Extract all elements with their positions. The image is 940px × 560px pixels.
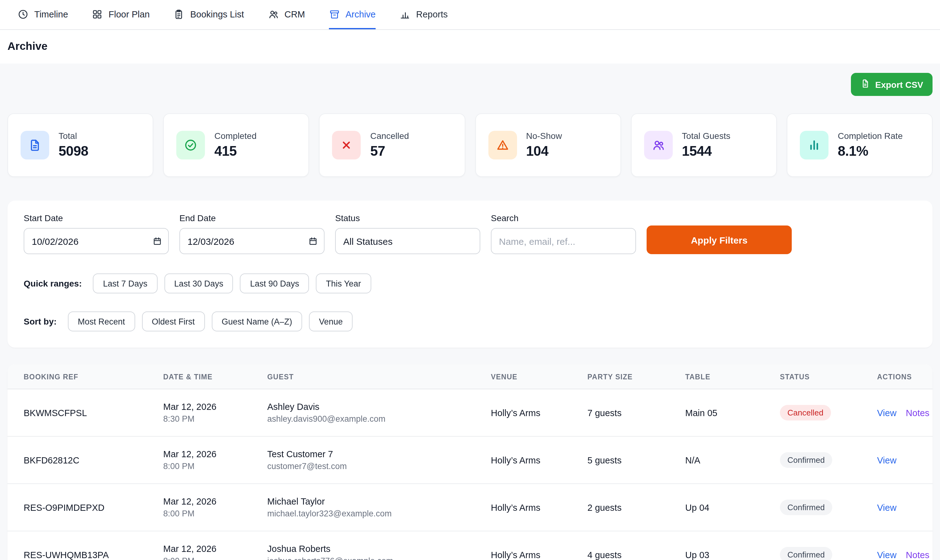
tab-crm[interactable]: CRM — [268, 0, 305, 29]
stat-value: 415 — [214, 143, 256, 160]
sort-venue[interactable]: Venue — [309, 311, 353, 331]
col-actions: Actions — [877, 365, 932, 389]
end-date-input[interactable] — [179, 228, 325, 254]
stat-label: Total — [58, 131, 88, 141]
page-title: Archive — [8, 40, 932, 53]
quick-range-last-7-days[interactable]: Last 7 Days — [93, 274, 158, 293]
floor-plan-icon — [92, 9, 103, 20]
actions-cell: ViewNotes — [877, 531, 932, 560]
apply-filters-button[interactable]: Apply Filters — [646, 226, 792, 254]
guest-cell: Joshua Roberts joshua.roberts776@example… — [267, 531, 491, 560]
tab-reports[interactable]: Reports — [399, 0, 448, 29]
view-link[interactable]: View — [877, 455, 896, 465]
file-icon — [860, 78, 870, 90]
sort-most-recent[interactable]: Most Recent — [68, 311, 135, 331]
document-icon — [20, 131, 49, 160]
col-status: Status — [780, 365, 877, 389]
quick-range-this-year[interactable]: This Year — [316, 274, 371, 293]
bookings-table: Booking Ref Date & Time Guest Venue Part… — [8, 365, 932, 560]
main-content: Export CSV Total 5098 Completed — [0, 63, 940, 560]
start-date-input[interactable] — [24, 228, 169, 254]
warning-icon — [488, 131, 517, 160]
stat-label: Total Guests — [682, 131, 731, 141]
stat-label: No-Show — [526, 131, 562, 141]
booking-time: 8:30 PM — [163, 414, 262, 423]
bar-chart-icon — [800, 131, 829, 160]
stat-text: No-Show 104 — [526, 131, 562, 160]
view-link[interactable]: View — [877, 408, 896, 418]
export-row: Export CSV — [8, 63, 932, 106]
stat-text: Total 5098 — [58, 131, 88, 160]
date-time-cell: Mar 12, 2026 8:00 PM — [163, 436, 267, 484]
sort-guest-name[interactable]: Guest Name (A–Z) — [211, 311, 302, 331]
status-badge: Confirmed — [780, 500, 832, 515]
stat-value: 8.1% — [838, 143, 903, 160]
quick-range-last-90-days[interactable]: Last 90 Days — [240, 274, 309, 293]
sort-oldest-first[interactable]: Oldest First — [142, 311, 205, 331]
search-label: Search — [491, 213, 636, 223]
venue-cell: Holly’s Arms — [491, 531, 588, 560]
clock-icon — [17, 9, 29, 20]
x-icon — [332, 131, 361, 160]
guest-name: Ashley Davis — [267, 402, 486, 412]
actions-cell: View — [877, 436, 932, 484]
view-link[interactable]: View — [877, 550, 896, 560]
table-row: RES-UWHQMB13PA Mar 12, 2026 8:00 PM Josh… — [8, 531, 932, 560]
stat-value: 104 — [526, 143, 562, 160]
guest-cell: Michael Taylor michael.taylor323@example… — [267, 484, 491, 531]
status-cell: Confirmed — [780, 531, 877, 560]
top-nav: Timeline Floor Plan Bookings List CRM Ar… — [0, 0, 940, 30]
table-cell: Up 04 — [685, 484, 780, 531]
table-row: BKWMSCFPSL Mar 12, 2026 8:30 PM Ashley D… — [8, 389, 932, 436]
stats-row: Total 5098 Completed 415 Cancelled — [8, 113, 932, 177]
search-input[interactable] — [491, 228, 636, 254]
status-cell: Confirmed — [780, 436, 877, 484]
col-venue: Venue — [491, 365, 588, 389]
date-time-cell: Mar 12, 2026 8:00 PM — [163, 531, 267, 560]
status-select[interactable]: All Statuses — [335, 228, 480, 254]
tab-label: Archive — [345, 9, 375, 19]
party-size-cell: 7 guests — [588, 389, 685, 436]
stat-card-no-show: No-Show 104 — [475, 113, 621, 177]
guest-name: Test Customer 7 — [267, 449, 486, 459]
sort-by-row: Sort by: Most Recent Oldest First Guest … — [24, 311, 916, 331]
guest-cell: Test Customer 7 customer7@test.com — [267, 436, 491, 484]
booking-ref-cell: RES-UWHQMB13PA — [8, 531, 163, 560]
actions-cell: ViewNotes — [877, 389, 932, 436]
stat-value: 57 — [370, 143, 409, 160]
stat-label: Completion Rate — [838, 131, 903, 141]
calendar-icon[interactable] — [152, 236, 162, 246]
tab-bookings-list[interactable]: Bookings List — [174, 0, 244, 29]
col-booking-ref: Booking Ref — [8, 365, 163, 389]
stat-card-total: Total 5098 — [8, 113, 153, 177]
notes-link[interactable]: Notes — [906, 550, 929, 560]
export-csv-button[interactable]: Export CSV — [851, 73, 932, 96]
guest-email: michael.taylor323@example.com — [267, 509, 486, 518]
tab-floor-plan[interactable]: Floor Plan — [92, 0, 150, 29]
tab-archive[interactable]: Archive — [329, 0, 375, 29]
table-row: RES-O9PIMDEPXD Mar 12, 2026 8:00 PM Mich… — [8, 484, 932, 531]
stat-card-total-guests: Total Guests 1544 — [631, 113, 777, 177]
stat-value: 1544 — [682, 143, 731, 160]
status-cell: Cancelled — [780, 389, 877, 436]
view-link[interactable]: View — [877, 502, 896, 512]
venue-cell: Holly’s Arms — [491, 484, 588, 531]
guest-email: ashley.davis900@example.com — [267, 414, 486, 423]
stat-card-cancelled: Cancelled 57 — [319, 113, 465, 177]
quick-ranges-label: Quick ranges: — [24, 278, 82, 288]
col-date-time: Date & Time — [163, 365, 267, 389]
tab-timeline[interactable]: Timeline — [17, 0, 68, 29]
booking-time: 8:00 PM — [163, 462, 262, 471]
quick-range-last-30-days[interactable]: Last 30 Days — [164, 274, 233, 293]
tab-label: Reports — [416, 9, 448, 19]
quick-ranges-row: Quick ranges: Last 7 Days Last 30 Days L… — [24, 274, 916, 293]
stat-value: 5098 — [58, 143, 88, 160]
stat-text: Completion Rate 8.1% — [838, 131, 903, 160]
status-cell: Confirmed — [780, 484, 877, 531]
tab-label: Floor Plan — [109, 9, 150, 19]
calendar-icon[interactable] — [308, 236, 318, 246]
table-cell: N/A — [685, 436, 780, 484]
tab-label: CRM — [285, 9, 305, 19]
guest-email: customer7@test.com — [267, 462, 486, 471]
notes-link[interactable]: Notes — [906, 408, 929, 418]
